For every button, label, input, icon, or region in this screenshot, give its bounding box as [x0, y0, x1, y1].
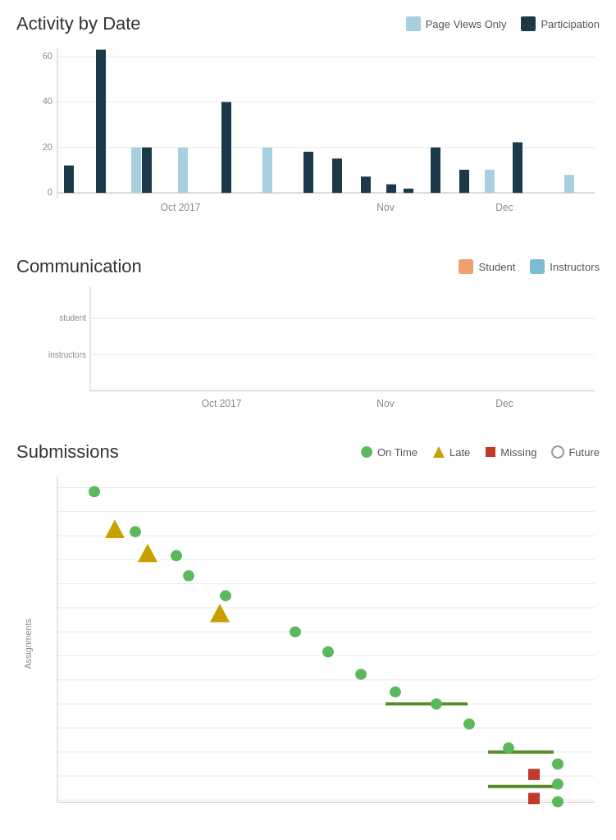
svg-rect-17	[262, 148, 272, 193]
point-ontime-10	[431, 698, 442, 710]
submissions-chart-svg: Assignments	[16, 468, 600, 812]
activity-title: Activity by Date	[16, 13, 141, 34]
svg-rect-25	[485, 170, 495, 193]
svg-text:Assignments: Assignments	[23, 619, 33, 669]
svg-rect-24	[459, 170, 469, 193]
point-late-2	[138, 544, 157, 562]
svg-text:Nov: Nov	[376, 398, 395, 410]
point-ontime-14	[552, 778, 564, 790]
point-ontime-15	[552, 796, 564, 807]
svg-text:Dec: Dec	[495, 398, 513, 410]
svg-rect-23	[431, 148, 440, 193]
svg-rect-18	[303, 152, 313, 193]
point-ontime-5	[220, 590, 231, 601]
submissions-section: Submissions On Time Late Missing Future	[16, 441, 600, 815]
student-swatch	[459, 259, 473, 274]
point-ontime-8	[355, 669, 367, 680]
svg-point-40	[361, 446, 372, 458]
point-ontime-3	[171, 550, 182, 562]
comm-section-header: Communication Student Instructors	[16, 256, 600, 277]
ontime-legend-item: On Time	[360, 445, 418, 459]
activity-chart-wrapper: 60 40 20 0 Page Views	[16, 39, 600, 231]
svg-rect-15	[178, 148, 188, 193]
pageview-swatch	[406, 16, 421, 31]
pageview-legend-item: Page Views Only	[406, 16, 507, 31]
svg-rect-11	[64, 166, 74, 193]
participation-label: Participation	[541, 18, 600, 30]
comm-title: Communication	[16, 256, 142, 277]
point-ontime-11	[463, 719, 475, 730]
instructors-legend-item: Instructors	[530, 259, 600, 274]
svg-text:Oct 2017: Oct 2017	[202, 398, 242, 410]
svg-rect-42	[486, 447, 495, 457]
svg-text:instructors: instructors	[48, 349, 86, 359]
comm-chart-svg: student instructors Oct 2017 Nov Dec	[16, 282, 600, 413]
point-ontime-4	[183, 570, 194, 582]
submissions-legend: On Time Late Missing Future	[360, 445, 600, 459]
ontime-icon	[360, 445, 373, 459]
svg-text:Oct 2017: Oct 2017	[161, 202, 201, 213]
svg-text:0: 0	[48, 187, 52, 197]
point-late-1	[105, 519, 125, 537]
point-missing-2	[528, 793, 540, 805]
svg-text:Nov: Nov	[376, 202, 395, 213]
svg-rect-13	[131, 148, 141, 193]
instructors-label: Instructors	[550, 261, 600, 273]
svg-text:60: 60	[43, 51, 52, 61]
svg-rect-26	[513, 142, 522, 193]
future-icon	[551, 445, 564, 459]
svg-rect-12	[96, 50, 106, 194]
missing-label: Missing	[500, 446, 536, 459]
student-label: Student	[478, 261, 515, 273]
point-ontime-13	[552, 759, 564, 770]
point-late-3	[210, 604, 230, 622]
missing-icon	[485, 446, 496, 458]
point-ontime-1	[89, 486, 100, 497]
point-missing-1	[528, 769, 540, 780]
missing-legend-item: Missing	[485, 446, 536, 459]
svg-rect-14	[142, 148, 152, 193]
future-label: Future	[568, 446, 600, 459]
svg-rect-22	[404, 189, 413, 193]
late-icon	[432, 445, 445, 459]
participation-legend-item: Participation	[521, 16, 600, 31]
submissions-title: Submissions	[16, 441, 119, 463]
participation-swatch	[521, 16, 536, 31]
svg-text:student: student	[59, 313, 86, 323]
svg-marker-41	[433, 446, 445, 458]
svg-rect-27	[564, 175, 574, 193]
point-ontime-2	[130, 526, 141, 537]
svg-text:40: 40	[43, 96, 52, 106]
late-label: Late	[449, 446, 470, 459]
future-legend-item: Future	[551, 445, 600, 459]
svg-text:Dec: Dec	[495, 202, 513, 213]
instructors-swatch	[530, 259, 545, 274]
point-ontime-6	[290, 626, 301, 637]
pageview-label: Page Views Only	[426, 18, 507, 30]
submissions-section-header: Submissions On Time Late Missing Future	[16, 441, 600, 463]
point-ontime-9	[390, 687, 401, 698]
svg-text:20: 20	[43, 142, 52, 152]
point-ontime-12	[503, 742, 514, 754]
comm-legend: Student Instructors	[459, 259, 600, 274]
submissions-chart-wrapper: Assignments	[16, 468, 600, 815]
svg-rect-16	[221, 102, 231, 193]
comm-chart-wrapper: student instructors Oct 2017 Nov Dec	[16, 282, 600, 417]
ontime-label: On Time	[377, 446, 418, 459]
svg-point-43	[552, 446, 564, 458]
activity-section-header: Activity by Date Page Views Only Partici…	[16, 13, 600, 34]
activity-chart-svg: 60 40 20 0 Page Views	[16, 39, 600, 228]
svg-rect-21	[386, 185, 396, 193]
point-ontime-7	[322, 646, 334, 658]
svg-rect-19	[332, 158, 342, 193]
svg-rect-20	[361, 176, 371, 193]
late-legend-item: Late	[432, 445, 470, 459]
activity-legend: Page Views Only Participation	[406, 16, 600, 31]
student-legend-item: Student	[459, 259, 515, 274]
